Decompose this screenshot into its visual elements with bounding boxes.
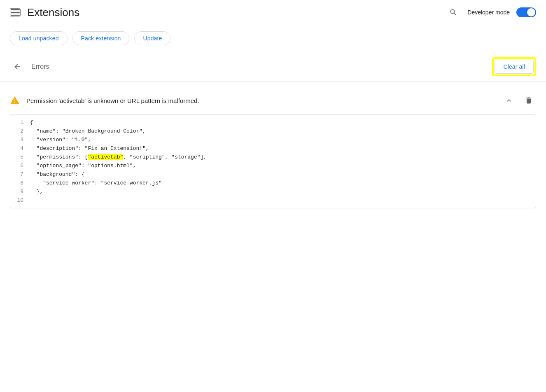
toolbar: Load unpacked Pack extension Update bbox=[0, 25, 546, 52]
code-block: 1 { 2 "name": "Broken Background Color",… bbox=[10, 114, 536, 208]
line-number: 9 bbox=[10, 189, 30, 195]
line-content: "description": "Fix an Extension!", bbox=[30, 145, 536, 152]
code-line: 9 }, bbox=[10, 187, 536, 196]
menu-button[interactable] bbox=[10, 8, 21, 16]
clear-all-wrapper: Clear all bbox=[492, 57, 536, 76]
code-block-inner: 1 { 2 "name": "Broken Background Color",… bbox=[10, 115, 536, 208]
line-number: 1 bbox=[10, 119, 30, 126]
line-number: 8 bbox=[10, 180, 30, 186]
search-button[interactable] bbox=[446, 5, 461, 20]
page-title: Extensions bbox=[27, 6, 79, 19]
highlighted-activetab: "activetab" bbox=[88, 154, 123, 160]
code-line: 1 { bbox=[10, 118, 536, 127]
load-unpacked-button[interactable]: Load unpacked bbox=[10, 31, 68, 45]
toggle-thumb bbox=[527, 8, 535, 16]
line-number: 4 bbox=[10, 145, 30, 152]
line-content: }, bbox=[30, 189, 536, 195]
back-button[interactable] bbox=[10, 59, 25, 74]
line-content: { bbox=[30, 119, 536, 126]
line-content: "permissions": ["activetab", "scripting"… bbox=[30, 154, 536, 160]
collapse-button[interactable] bbox=[503, 95, 515, 106]
line-number: 5 bbox=[10, 154, 30, 160]
clear-all-button[interactable]: Clear all bbox=[495, 60, 534, 74]
code-line: 3 "version": "1.0", bbox=[10, 135, 536, 144]
error-section: Permission 'activetab' is unknown or URL… bbox=[0, 88, 546, 208]
code-line: 2 "name": "Broken Background Color", bbox=[10, 127, 536, 135]
delete-error-button[interactable] bbox=[521, 93, 536, 108]
error-item-right bbox=[503, 93, 536, 108]
trash-icon bbox=[525, 96, 533, 105]
errors-header: Errors Clear all bbox=[0, 52, 546, 82]
update-button[interactable]: Update bbox=[134, 31, 170, 45]
toggle-track bbox=[516, 7, 536, 17]
line-number: 3 bbox=[10, 137, 30, 143]
error-message: Permission 'activetab' is unknown or URL… bbox=[26, 97, 199, 104]
error-item-header: Permission 'activetab' is unknown or URL… bbox=[10, 88, 536, 113]
chevron-up-icon bbox=[505, 96, 513, 105]
error-item-left: Permission 'activetab' is unknown or URL… bbox=[10, 96, 199, 105]
header-left: Extensions bbox=[10, 6, 79, 19]
warning-icon bbox=[10, 96, 20, 105]
code-line: 7 "background": { bbox=[10, 170, 536, 179]
code-line: 10 bbox=[10, 196, 536, 205]
line-content: "version": "1.0", bbox=[30, 137, 536, 143]
code-line: 8 "service_worker": "service-worker.js" bbox=[10, 179, 536, 187]
developer-mode-label: Developer mode bbox=[467, 9, 510, 16]
code-line: 4 "description": "Fix an Extension!", bbox=[10, 144, 536, 153]
line-content: "name": "Broken Background Color", bbox=[30, 128, 536, 134]
line-number: 10 bbox=[10, 197, 30, 203]
line-number: 6 bbox=[10, 163, 30, 169]
line-content: "service_worker": "service-worker.js" bbox=[30, 180, 536, 186]
errors-title: Errors bbox=[31, 63, 49, 70]
back-arrow-icon bbox=[13, 63, 21, 71]
errors-header-left: Errors bbox=[10, 59, 49, 74]
header-right: Developer mode bbox=[446, 5, 536, 20]
line-content: "options_page": "options.html", bbox=[30, 163, 536, 169]
line-number: 2 bbox=[10, 128, 30, 134]
code-line: 6 "options_page": "options.html", bbox=[10, 161, 536, 170]
code-line: 5 "permissions": ["activetab", "scriptin… bbox=[10, 153, 536, 161]
header: Extensions Developer mode bbox=[0, 0, 546, 25]
search-icon bbox=[449, 8, 457, 16]
line-content: "background": { bbox=[30, 171, 536, 177]
line-number: 7 bbox=[10, 171, 30, 177]
pack-extension-button[interactable]: Pack extension bbox=[72, 31, 130, 45]
developer-mode-toggle[interactable] bbox=[516, 7, 536, 17]
